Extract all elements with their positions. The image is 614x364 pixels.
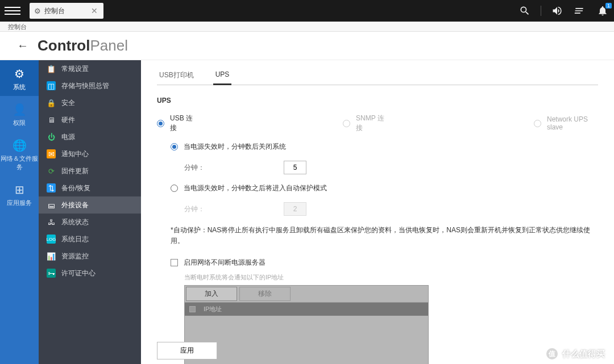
minutes-label-disabled: 分钟： <box>184 204 284 214</box>
search-icon[interactable] <box>518 4 532 18</box>
nav2-storage[interactable]: ◫存储与快照总管 <box>39 77 141 94</box>
tab-usb-printer[interactable]: USB打印机 <box>157 70 196 85</box>
nav-privilege[interactable]: 👤权限 <box>0 96 39 132</box>
nav-apps[interactable]: ⊞应用服务 <box>0 176 39 212</box>
user-icon: 👤 <box>0 103 39 116</box>
minutes-input-disabled <box>284 202 306 216</box>
radio-shutdown[interactable]: 当电源失效时，分钟数后关闭系统 <box>171 142 598 152</box>
tab-bar: USB打印机 UPS <box>157 70 598 85</box>
content-panel: USB打印机 UPS UPS USB 连接 SNMP 连接 Network UP… <box>141 60 614 364</box>
ip-hint: 当断电时系统将会通知以下的IP地址 <box>184 273 598 282</box>
page-header: ← ControlPanel <box>0 32 614 60</box>
auto-protect-note: *自动保护：NAS将停止所有执行中服务且卸载所有磁盘区来保护您的资料，当供电恢复… <box>171 225 598 246</box>
backup-icon: ⇅ <box>47 183 56 193</box>
top-bar: ⚙ 控制台 ✕ 1 <box>0 0 614 22</box>
settings-icon: 📋 <box>47 64 56 73</box>
device-icon: 🖴 <box>47 200 56 210</box>
watermark-icon: 值 <box>545 347 559 361</box>
radio-usb-connection[interactable]: USB 连接 <box>157 114 195 133</box>
close-icon[interactable]: ✕ <box>90 6 99 15</box>
power-icon: ⏻ <box>47 132 56 141</box>
lock-icon: 🔒 <box>47 98 56 107</box>
radio-network-slave[interactable]: Network UPS slave <box>534 114 598 133</box>
radio-icon <box>534 120 541 127</box>
tab-ups[interactable]: UPS <box>213 70 232 85</box>
monitor-icon: 📊 <box>47 252 56 261</box>
notification-badge: 1 <box>605 3 612 9</box>
bell-icon: ✉ <box>47 149 56 158</box>
nav2-power[interactable]: ⏻电源 <box>39 128 141 145</box>
nav2-license[interactable]: 🗝许可证中心 <box>39 265 141 282</box>
globe-icon: 🌐 <box>0 139 39 152</box>
apps-icon: ⊞ <box>0 183 39 196</box>
watermark: 值 什么值得买 <box>545 347 605 361</box>
menu-button[interactable] <box>5 3 20 19</box>
ip-table-body <box>185 316 428 364</box>
nav2-firmware[interactable]: ⟳固件更新 <box>39 162 141 179</box>
radio-snmp-connection[interactable]: SNMP 连接 <box>343 114 386 133</box>
nav2-notification[interactable]: ✉通知中心 <box>39 145 141 162</box>
ip-list-panel: 加入 移除 IP地址 <box>184 285 429 364</box>
tab-label: 控制台 <box>44 6 65 16</box>
primary-nav: ⚙系统 👤权限 🌐网络＆文件服务 ⊞应用服务 <box>0 60 39 364</box>
column-ip: IP地址 <box>204 305 222 313</box>
volume-icon[interactable] <box>550 4 564 18</box>
minutes-label: 分钟： <box>184 163 284 173</box>
task-icon[interactable] <box>573 4 587 18</box>
breadcrumb: 控制台 <box>0 22 614 32</box>
nav2-status[interactable]: 🖧系统状态 <box>39 214 141 231</box>
select-all-checkbox[interactable] <box>189 306 196 312</box>
storage-icon: ◫ <box>47 81 56 90</box>
remove-button[interactable]: 移除 <box>239 287 291 301</box>
nav2-hardware[interactable]: 🖥硬件 <box>39 111 141 128</box>
nav2-logs[interactable]: LOG系统日志 <box>39 231 141 248</box>
window-tab[interactable]: ⚙ 控制台 ✕ <box>30 3 103 19</box>
minutes-input[interactable] <box>284 161 306 174</box>
gear-icon: ⚙ <box>34 7 41 15</box>
gear-icon: ⚙ <box>0 67 39 81</box>
page-title: ControlPanel <box>38 37 128 55</box>
apply-button[interactable]: 应用 <box>157 342 217 359</box>
nav2-general[interactable]: 📋常规设置 <box>39 60 141 77</box>
nav-system[interactable]: ⚙系统 <box>0 60 39 96</box>
log-icon: LOG <box>47 235 56 244</box>
notification-icon[interactable]: 1 <box>596 4 609 18</box>
add-button[interactable]: 加入 <box>186 287 237 301</box>
status-icon: 🖧 <box>47 217 56 227</box>
nav2-external[interactable]: 🖴外接设备 <box>39 196 141 214</box>
checkbox-ups-server[interactable]: 启用网络不间断电源服务器 <box>171 258 598 267</box>
nav2-security[interactable]: 🔒安全 <box>39 94 141 111</box>
nav2-backup[interactable]: ⇅备份/恢复 <box>39 179 141 196</box>
nav2-monitor[interactable]: 📊资源监控 <box>39 248 141 265</box>
hardware-icon: 🖥 <box>47 115 56 124</box>
update-icon: ⟳ <box>47 166 56 175</box>
radio-icon <box>171 185 178 192</box>
nav-network[interactable]: 🌐网络＆文件服务 <box>0 132 39 176</box>
section-title: UPS <box>157 97 598 104</box>
ip-table-header: IP地址 <box>185 303 428 316</box>
license-icon: 🗝 <box>47 269 56 278</box>
radio-icon <box>157 120 164 127</box>
radio-icon <box>343 120 350 127</box>
back-arrow-icon[interactable]: ← <box>17 39 28 52</box>
radio-protect-mode[interactable]: 当电源失效时，分钟数之后将进入自动保护模式 <box>171 183 598 193</box>
checkbox-icon <box>171 259 178 266</box>
secondary-nav: 📋常规设置 ◫存储与快照总管 🔒安全 🖥硬件 ⏻电源 ✉通知中心 ⟳固件更新 ⇅… <box>39 60 141 364</box>
radio-icon <box>171 143 178 150</box>
